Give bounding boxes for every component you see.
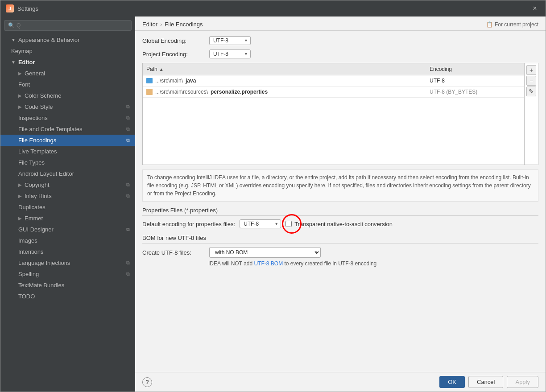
- sidebar-item-font[interactable]: Font: [0, 79, 135, 90]
- dialog-footer: ? OK Cancel Apply: [135, 372, 546, 392]
- bom-section: BOM for new UTF-8 files Create UTF-8 fil…: [142, 235, 538, 267]
- encoding-cell: UTF-8 (BY_BYTES): [426, 88, 524, 96]
- close-button[interactable]: ×: [529, 3, 540, 14]
- sidebar-item-label: Emmet: [25, 215, 43, 222]
- app-icon: J: [6, 4, 14, 12]
- path-prefix: ...\src\main\resources\: [155, 89, 208, 95]
- sidebar-item-color-scheme[interactable]: ▶ Color Scheme: [0, 90, 135, 101]
- sidebar-item-label: Duplicates: [18, 204, 46, 210]
- sidebar-item-keymap[interactable]: Keymap: [0, 45, 135, 57]
- transparent-conversion-label[interactable]: Transparent native-to-ascii conversion: [285, 221, 393, 227]
- sidebar-item-general[interactable]: ▶ General: [0, 68, 135, 79]
- sidebar-item-appearance[interactable]: ▼ Appearance & Behavior: [0, 34, 135, 45]
- expand-icon: ▶: [18, 71, 22, 76]
- bom-create-label: Create UTF-8 files:: [142, 249, 205, 256]
- bom-select[interactable]: with NO BOM with BOM with BOM only if ne…: [209, 247, 321, 258]
- bom-note-suffix: to every created file in UTF-8 encoding: [283, 260, 376, 267]
- sidebar-item-label: Editor: [18, 59, 35, 66]
- sidebar-item-label: Keymap: [11, 48, 33, 54]
- sidebar-item-file-code-templates[interactable]: File and Code Templates ⧉: [0, 124, 135, 135]
- expand-icon: ▶: [18, 194, 22, 198]
- sidebar-item-emmet[interactable]: ▶ Emmet: [0, 213, 135, 224]
- global-encoding-select[interactable]: UTF-8 UTF-16 ISO-8859-1: [209, 36, 251, 45]
- ok-button[interactable]: OK: [439, 376, 465, 388]
- col-encoding-header: Encoding: [426, 65, 524, 73]
- sidebar-item-code-style[interactable]: ▶ Code Style ⧉: [0, 101, 135, 112]
- properties-encoding-label: Default encoding for properties files:: [142, 221, 235, 227]
- sidebar-item-file-types[interactable]: File Types: [0, 157, 135, 168]
- remove-encoding-button[interactable]: −: [526, 76, 536, 86]
- sidebar-item-label: File Encodings: [18, 137, 56, 144]
- content-body: Global Encoding: UTF-8 UTF-16 ISO-8859-1…: [135, 31, 546, 372]
- sidebar-item-label: Copyright: [25, 182, 50, 188]
- sidebar-item-label: TODO: [18, 293, 35, 300]
- breadcrumb-separator: ›: [160, 21, 162, 28]
- properties-section: Properties Files (*.properties) Default …: [142, 207, 538, 228]
- sidebar-item-spelling[interactable]: Spelling ⧉: [0, 268, 135, 280]
- copy-icon: ⧉: [126, 137, 130, 143]
- project-encoding-select-wrapper: UTF-8 UTF-16 ISO-8859-1: [209, 50, 251, 58]
- path-bold: personalize.properties: [211, 89, 268, 95]
- sidebar-item-label: TextMate Bundles: [18, 282, 64, 289]
- copy-icon: ⧉: [126, 126, 130, 132]
- sidebar-item-duplicates[interactable]: Duplicates: [0, 202, 135, 213]
- breadcrumb: Editor › File Encodings: [142, 21, 203, 28]
- sidebar-item-intentions[interactable]: Intentions: [0, 246, 135, 257]
- expand-icon: ▶: [18, 216, 22, 221]
- sidebar-item-label: File Types: [18, 159, 45, 166]
- expand-icon: ▶: [18, 93, 22, 98]
- project-encoding-select[interactable]: UTF-8 UTF-16 ISO-8859-1: [209, 50, 251, 58]
- props-icon: [146, 89, 153, 95]
- transparent-conversion-container: Transparent native-to-ascii conversion: [285, 221, 393, 227]
- breadcrumb-parent: Editor: [142, 21, 157, 28]
- project-link[interactable]: 📋 For current project: [486, 21, 538, 28]
- sidebar-item-images[interactable]: Images: [0, 235, 135, 246]
- bom-link[interactable]: UTF-8 BOM: [254, 260, 283, 267]
- breadcrumb-current: File Encodings: [165, 21, 203, 28]
- sidebar-item-label: Font: [18, 81, 30, 88]
- table-row[interactable]: ...\src\main\resources\personalize.prope…: [143, 87, 524, 98]
- properties-section-title: Properties Files (*.properties): [142, 207, 538, 216]
- sidebar-item-label: Intentions: [18, 248, 43, 255]
- properties-encoding-select[interactable]: UTF-8 UTF-16 ISO-8859-1: [240, 219, 281, 228]
- sidebar-item-inspections[interactable]: Inspections ⧉: [0, 112, 135, 124]
- bom-select-wrapper: with NO BOM with BOM with BOM only if ne…: [209, 247, 321, 258]
- copy-icon: ⧉: [126, 182, 130, 188]
- bom-create-row: Create UTF-8 files: with NO BOM with BOM…: [142, 247, 538, 258]
- sidebar-item-live-templates[interactable]: Live Templates: [0, 146, 135, 157]
- copy-icon: ⧉: [126, 104, 130, 110]
- copy-icon: ⧉: [126, 227, 130, 232]
- sidebar-item-file-encodings[interactable]: File Encodings ⧉: [0, 135, 135, 146]
- search-input[interactable]: [17, 22, 128, 29]
- copy-icon: ⧉: [126, 260, 130, 266]
- sidebar-item-todo[interactable]: TODO: [0, 291, 135, 302]
- sidebar-item-android-layout[interactable]: Android Layout Editor: [0, 168, 135, 179]
- project-encoding-label: Project Encoding:: [142, 51, 205, 58]
- sidebar-item-inlay-hints[interactable]: ▶ Inlay Hints ⧉: [0, 190, 135, 202]
- sidebar-item-language-injections[interactable]: Language Injections ⧉: [0, 257, 135, 268]
- help-button[interactable]: ?: [142, 377, 152, 387]
- encoding-value: UTF-8: [430, 78, 445, 84]
- add-encoding-button[interactable]: +: [526, 65, 536, 75]
- table-row[interactable]: ...\src\main\java UTF-8: [143, 75, 524, 87]
- sidebar-item-gui-designer[interactable]: GUI Designer ⧉: [0, 224, 135, 235]
- sort-arrow: ▲: [159, 67, 164, 72]
- col-path-header: Path ▲: [143, 65, 426, 73]
- project-link-label: For current project: [495, 21, 538, 28]
- file-path-cell: ...\src\main\java: [143, 77, 426, 85]
- table-main: Path ▲ Encoding ...\src\main\java: [143, 63, 524, 165]
- table-body: ...\src\main\java UTF-8 ...\src\: [143, 75, 524, 165]
- sidebar-item-textmate-bundles[interactable]: TextMate Bundles: [0, 280, 135, 291]
- sidebar-item-label: Color Scheme: [25, 92, 61, 99]
- sidebar-item-copyright[interactable]: ▶ Copyright ⧉: [0, 179, 135, 190]
- apply-button[interactable]: Apply: [507, 376, 538, 388]
- search-box[interactable]: 🔍: [4, 20, 132, 31]
- edit-encoding-button[interactable]: ✎: [526, 87, 536, 96]
- sidebar-item-editor[interactable]: ▼ Editor: [0, 57, 135, 68]
- cancel-button[interactable]: Cancel: [468, 376, 503, 388]
- transparent-conversion-checkbox[interactable]: [285, 221, 292, 227]
- search-icon: 🔍: [8, 22, 15, 29]
- sidebar-item-label: Android Layout Editor: [18, 170, 74, 177]
- sidebar-item-label: Images: [18, 237, 37, 244]
- sidebar-item-label: Language Injections: [18, 260, 70, 266]
